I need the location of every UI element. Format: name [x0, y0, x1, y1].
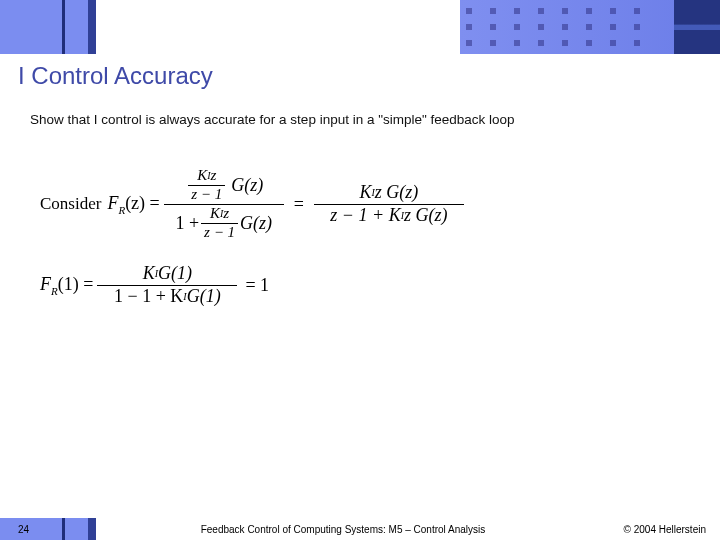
slide-footer: 24 Feedback Control of Computing Systems… — [0, 518, 720, 540]
equation-2-frac: KI G(1) 1 − 1 + KI G(1) — [97, 263, 237, 308]
equation-1-frac-left: KIz z − 1 G(z) 1 + KIz z − 1 G(z) — [164, 167, 284, 242]
equation-1-lhs: FR(z) = — [107, 193, 159, 216]
footer-copyright: © 2004 Hellerstein — [590, 518, 720, 540]
equation-2-result: = 1 — [245, 275, 269, 296]
slide-title: I Control Accuracy — [18, 62, 213, 90]
equation-2-lhs: FR(1) = — [40, 274, 93, 297]
slide-banner — [0, 0, 720, 54]
equation-2: FR(1) = KI G(1) 1 − 1 + KI G(1) = 1 — [40, 257, 468, 313]
equation-area: Consider FR(z) = KIz z − 1 G(z) 1 + — [40, 165, 468, 313]
equation-1-lead: Consider — [40, 194, 101, 214]
footer-center-text: Feedback Control of Computing Systems: M… — [96, 518, 590, 540]
banner-right-decoration — [460, 0, 720, 54]
equation-1-frac-right: KI z G(z) z − 1 + KI z G(z) — [314, 182, 464, 227]
equals-sign: = — [294, 194, 304, 215]
equation-1: Consider FR(z) = KIz z − 1 G(z) 1 + — [40, 165, 468, 243]
slide-subtext: Show that I control is always accurate f… — [30, 112, 690, 127]
page-number: 24 — [0, 518, 96, 540]
banner-left-decoration — [0, 0, 96, 54]
